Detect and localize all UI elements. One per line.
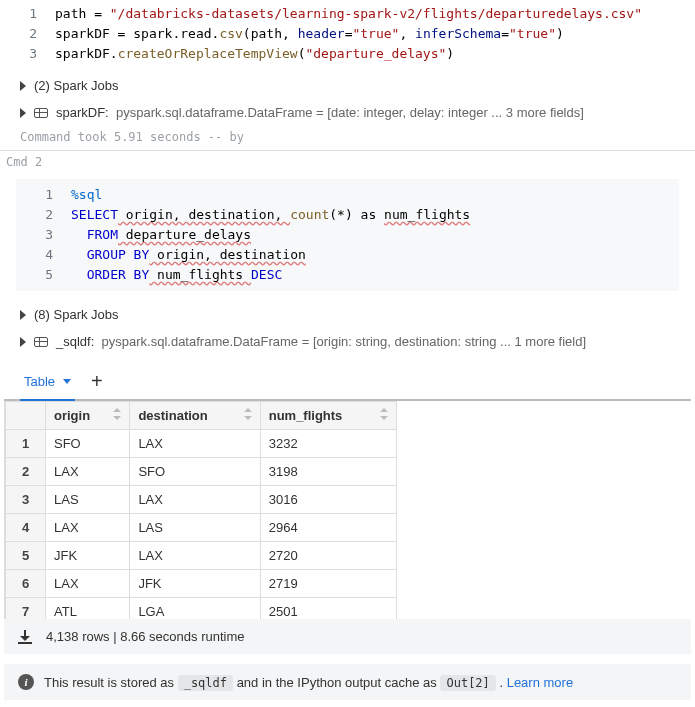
code-line-1: %sql	[71, 185, 102, 205]
code-line-3: FROM departure_delays	[71, 225, 251, 245]
table-row[interactable]: 2LAXSFO3198	[6, 458, 397, 486]
spark-jobs-label: (2) Spark Jobs	[34, 78, 119, 93]
download-icon[interactable]	[18, 630, 32, 644]
table-row[interactable]: 4LAXLAS2964	[6, 514, 397, 542]
sort-icon	[380, 408, 388, 420]
code-line-2: SELECT origin, destination, count(*) as …	[71, 205, 470, 225]
table-row[interactable]: 3LASLAX3016	[6, 486, 397, 514]
cell2-code[interactable]: 1 %sql 2 SELECT origin, destination, cou…	[16, 179, 679, 291]
result-footer: 4,138 rows | 8.66 seconds runtime	[4, 619, 691, 654]
sort-icon	[113, 408, 121, 420]
schema-expander[interactable]: sparkDF: pyspark.sql.dataframe.DataFrame…	[0, 99, 695, 126]
spark-jobs-expander[interactable]: (2) Spark Jobs	[0, 72, 695, 99]
code-line-2: sparkDF = spark.read.csv(path, header="t…	[55, 24, 564, 44]
tab-label: Table	[24, 374, 55, 389]
line-number: 1	[16, 185, 71, 205]
line-number: 1	[0, 4, 55, 24]
line-number: 3	[0, 44, 55, 64]
chevron-down-icon	[63, 379, 71, 384]
col-header-destination[interactable]: destination	[130, 402, 260, 430]
line-number: 2	[16, 205, 71, 225]
table-row[interactable]: 6LAXJFK2719	[6, 570, 397, 598]
command-footer: Command took 5.91 seconds -- by	[0, 126, 695, 151]
row-summary: 4,138 rows | 8.66 seconds runtime	[46, 629, 245, 644]
schema-expander-2[interactable]: _sqldf: pyspark.sql.dataframe.DataFrame …	[0, 328, 695, 355]
spark-jobs-expander-2[interactable]: (8) Spark Jobs	[0, 301, 695, 328]
info-icon: i	[18, 674, 34, 690]
cmd-label: Cmd 2	[0, 151, 695, 179]
table-row[interactable]: 5JFKLAX2720	[6, 542, 397, 570]
cell1-code[interactable]: 1 path = "/databricks-datasets/learning-…	[0, 0, 695, 72]
code-line-1: path = "/databricks-datasets/learning-sp…	[55, 4, 642, 24]
table-icon	[34, 337, 48, 347]
add-tab-button[interactable]: +	[91, 370, 103, 393]
col-header-origin[interactable]: origin	[46, 402, 130, 430]
tab-table[interactable]: Table	[24, 363, 71, 399]
result-table: origin destination num_flights 1SFOLAX32…	[4, 401, 691, 619]
code-line-5: ORDER BY num_flights DESC	[71, 265, 282, 285]
spark-jobs-label: (8) Spark Jobs	[34, 307, 119, 322]
schema-text: _sqldf: pyspark.sql.dataframe.DataFrame …	[56, 334, 586, 349]
code-pill-out: Out[2]	[440, 675, 495, 691]
line-number: 2	[0, 24, 55, 44]
code-line-4: GROUP BY origin, destination	[71, 245, 306, 265]
triangle-right-icon	[20, 108, 26, 118]
sort-icon	[244, 408, 252, 420]
table-row[interactable]: 7ATLLGA2501	[6, 598, 397, 620]
rownum-header	[6, 402, 46, 430]
learn-more-link[interactable]: Learn more	[507, 675, 573, 690]
code-pill-sqldf: _sqldf	[178, 675, 233, 691]
code-line-3: sparkDF.createOrReplaceTempView("departu…	[55, 44, 454, 64]
schema-text: sparkDF: pyspark.sql.dataframe.DataFrame…	[56, 105, 584, 120]
triangle-right-icon	[20, 337, 26, 347]
line-number: 3	[16, 225, 71, 245]
triangle-right-icon	[20, 310, 26, 320]
table-icon	[34, 108, 48, 118]
table-row[interactable]: 1SFOLAX3232	[6, 430, 397, 458]
info-text: This result is stored as _sqldf and in t…	[44, 675, 573, 690]
info-bar: i This result is stored as _sqldf and in…	[4, 664, 691, 700]
triangle-right-icon	[20, 81, 26, 91]
result-tab-bar: Table +	[4, 363, 691, 401]
line-number: 4	[16, 245, 71, 265]
line-number: 5	[16, 265, 71, 285]
col-header-numflights[interactable]: num_flights	[260, 402, 396, 430]
